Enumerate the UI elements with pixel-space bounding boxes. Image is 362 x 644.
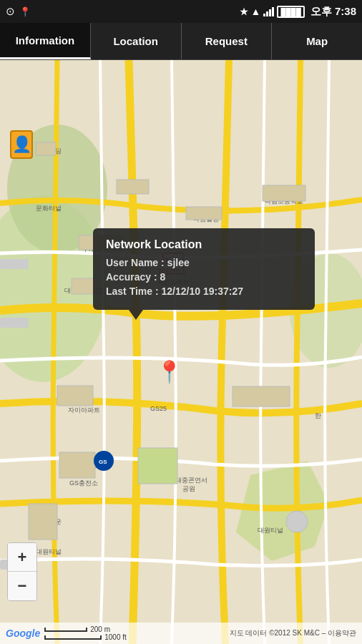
scale-rule-200m bbox=[44, 628, 87, 632]
svg-text:GS: GS bbox=[99, 459, 107, 465]
map-copyright: 지도 데이터 ©2012 SK M&C – 이용약관 bbox=[230, 628, 356, 638]
svg-rect-5 bbox=[0, 259, 29, 269]
svg-rect-45 bbox=[59, 452, 95, 478]
svg-text:문화터널: 문화터널 bbox=[36, 205, 62, 212]
svg-rect-43 bbox=[57, 386, 93, 406]
bar3 bbox=[269, 9, 271, 16]
svg-rect-40 bbox=[117, 180, 149, 194]
svg-rect-47 bbox=[29, 504, 57, 540]
status-time: 오후 7:38 bbox=[310, 5, 356, 19]
map-background: 7-Eleven 세븐일레븐 대원초등학교 성남상대원 우체국 문화터널 우성빌… bbox=[0, 60, 362, 644]
svg-text:대원티널: 대원티널 bbox=[258, 527, 283, 534]
tab-request[interactable]: Request bbox=[182, 23, 273, 59]
wifi-icon: ▲ bbox=[251, 6, 261, 17]
zoom-out-button[interactable]: − bbox=[8, 572, 36, 600]
svg-text:GS충전소: GS충전소 bbox=[69, 479, 98, 487]
map-container[interactable]: 7-Eleven 세븐일레븐 대원초등학교 성남상대원 우체국 문화터널 우성빌… bbox=[0, 60, 362, 644]
svg-text:대원티널: 대원티널 bbox=[36, 548, 62, 555]
svg-rect-37 bbox=[36, 142, 56, 155]
svg-rect-42 bbox=[263, 185, 305, 201]
scale-200m: 200 m bbox=[44, 625, 110, 633]
svg-rect-41 bbox=[186, 207, 222, 220]
tooltip-username: User Name : sjlee bbox=[106, 257, 302, 268]
bluetooth-icon: ★ bbox=[240, 6, 248, 17]
svg-text:GS25: GS25 bbox=[150, 405, 167, 412]
signal-bars bbox=[263, 6, 274, 16]
svg-rect-6 bbox=[0, 318, 29, 328]
scale-rule-1000ft bbox=[44, 635, 102, 640]
status-left: ⊙ 📍 bbox=[6, 5, 31, 18]
pin-icon: 📍 bbox=[19, 6, 31, 17]
svg-rect-46 bbox=[138, 448, 177, 484]
svg-text:대중콘연서: 대중콘연서 bbox=[175, 477, 207, 484]
bar2 bbox=[266, 11, 268, 16]
svg-text:한: 한 bbox=[315, 412, 321, 419]
person-avatar-icon: 👤 bbox=[10, 130, 33, 159]
battery-icon: ████ bbox=[277, 6, 304, 18]
svg-text:공원: 공원 bbox=[182, 485, 195, 492]
tab-bar: Information Location Request Map bbox=[0, 23, 362, 60]
tab-map[interactable]: Map bbox=[272, 23, 362, 59]
network-location-tooltip: Network Location User Name : sjlee Accur… bbox=[93, 228, 315, 310]
status-right: ★ ▲ ████ 오후 7:38 bbox=[240, 5, 356, 19]
zoom-in-button[interactable]: + bbox=[8, 543, 36, 572]
bar4 bbox=[272, 7, 274, 16]
map-pin-icon: 📍 bbox=[156, 359, 182, 384]
tooltip-accuracy: Accuracy : 8 bbox=[106, 271, 302, 283]
scale-bar: 200 m 1000 ft bbox=[44, 625, 127, 641]
location-icon: ⊙ bbox=[6, 5, 15, 18]
svg-rect-48 bbox=[286, 511, 308, 532]
tooltip-lasttime: Last Time : 12/12/10 19:37:27 bbox=[106, 286, 302, 297]
svg-text:자이아파트: 자이아파트 bbox=[68, 406, 100, 414]
svg-rect-44 bbox=[233, 386, 290, 406]
scale-1000ft: 1000 ft bbox=[44, 633, 127, 641]
status-bar: ⊙ 📍 ★ ▲ ████ 오후 7:38 bbox=[0, 0, 362, 23]
tooltip-title: Network Location bbox=[106, 238, 302, 251]
tab-information[interactable]: Information bbox=[0, 23, 91, 59]
zoom-controls: + − bbox=[7, 542, 37, 601]
map-footer: Google 200 m 1000 ft 지도 데이터 ©2012 SK M&C… bbox=[0, 623, 362, 644]
tab-location[interactable]: Location bbox=[91, 23, 182, 59]
bar1 bbox=[263, 14, 265, 16]
google-logo: Google bbox=[6, 628, 40, 639]
